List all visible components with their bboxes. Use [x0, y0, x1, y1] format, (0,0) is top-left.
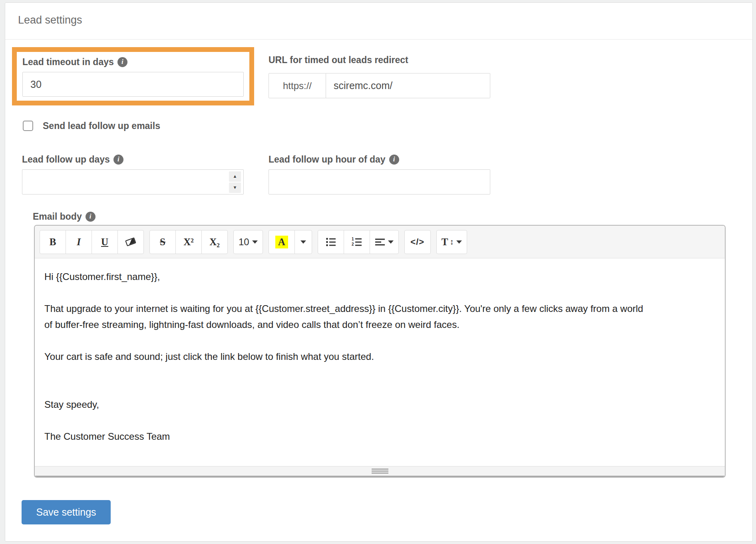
email-body-editor: B I U S X² X₂ 10 A: [34, 225, 726, 478]
redirect-url-label: URL for timed out leads redirect: [269, 54, 490, 66]
info-icon[interactable]: i: [86, 212, 95, 222]
follow-up-hour-label: Lead follow up hour of day i: [269, 153, 490, 165]
strikethrough-icon: S: [160, 236, 165, 248]
editor-resize-bar[interactable]: [35, 466, 725, 477]
info-icon[interactable]: i: [113, 155, 123, 165]
chevron-down-icon: [300, 240, 306, 244]
follow-up-days-number-wrap: ▲ ▼: [22, 169, 244, 195]
email-body-label: Email body i: [33, 210, 95, 222]
line-height-icon: T: [442, 236, 448, 248]
bold-button[interactable]: B: [40, 230, 66, 254]
redirect-url-input[interactable]: [326, 73, 490, 98]
lead-timeout-highlight-box: Lead timeout in days i: [12, 47, 254, 105]
resize-grip-icon: [372, 469, 388, 474]
strikethrough-button[interactable]: S: [149, 230, 176, 254]
send-follow-up-checkbox[interactable]: [23, 121, 33, 131]
info-icon[interactable]: i: [389, 155, 399, 165]
paragraph-group: 1 2: [318, 230, 399, 254]
spinner-down-button[interactable]: ▼: [229, 183, 241, 193]
lead-timeout-label: Lead timeout in days i: [22, 56, 244, 68]
follow-up-hour-field: Lead follow up hour of day i: [269, 153, 490, 195]
save-settings-button[interactable]: Save settings: [22, 500, 111, 524]
svg-text:1: 1: [352, 237, 354, 241]
subscript-button[interactable]: X₂: [201, 230, 228, 254]
font-size-dropdown[interactable]: 10: [233, 230, 263, 254]
align-left-icon: [375, 237, 385, 247]
italic-button[interactable]: I: [66, 230, 92, 254]
font-color-dropdown[interactable]: [294, 230, 312, 254]
unordered-list-button[interactable]: [318, 230, 344, 254]
paragraph-align-dropdown[interactable]: [370, 230, 399, 254]
lead-settings-card: Lead settings Lead timeout in days i URL…: [5, 2, 753, 542]
ordered-list-icon: 1 2: [352, 237, 362, 247]
font-size-group: 10: [233, 230, 263, 254]
redirect-url-field: URL for timed out leads redirect https:/…: [269, 54, 490, 98]
code-icon: </>: [410, 237, 424, 247]
script-group: S X² X₂: [149, 230, 228, 254]
lead-timeout-input[interactable]: [22, 72, 244, 97]
color-group: A: [269, 230, 312, 254]
subscript-icon: X₂: [209, 236, 220, 248]
url-protocol-addon: https://: [269, 73, 326, 98]
underline-icon: U: [101, 236, 108, 248]
arrow-down-icon: ▼: [233, 185, 237, 190]
code-view-button[interactable]: </>: [404, 230, 431, 254]
superscript-button[interactable]: X²: [175, 230, 202, 254]
follow-up-days-input[interactable]: [22, 169, 244, 195]
info-icon[interactable]: i: [117, 57, 127, 67]
vertical-arrows-icon: ↕: [450, 237, 454, 246]
number-spinner: ▲ ▼: [229, 171, 241, 193]
chevron-down-icon: [456, 240, 462, 244]
italic-icon: I: [77, 236, 81, 248]
line-height-group: T ↕: [436, 230, 468, 254]
ordered-list-button[interactable]: 1 2: [344, 230, 370, 254]
follow-up-hour-input[interactable]: [269, 169, 490, 195]
follow-up-days-label: Lead follow up days i: [22, 153, 244, 165]
chevron-down-icon: [388, 240, 394, 244]
spinner-up-button[interactable]: ▲: [229, 171, 241, 182]
chevron-down-icon: [252, 240, 258, 244]
code-group: </>: [404, 230, 431, 254]
redirect-url-input-group: https://: [269, 73, 490, 98]
unordered-list-icon: [326, 237, 336, 247]
bold-icon: B: [50, 236, 56, 248]
email-body-content[interactable]: Hi {{Customer.first_name}}, That upgrade…: [35, 258, 725, 466]
follow-up-days-field: Lead follow up days i ▲ ▼: [22, 153, 244, 195]
font-color-icon: A: [275, 236, 288, 248]
line-height-dropdown[interactable]: T ↕: [436, 230, 468, 254]
font-color-button[interactable]: A: [269, 230, 295, 254]
superscript-icon: X²: [183, 236, 194, 248]
page-title: Lead settings: [18, 14, 82, 26]
send-follow-up-label[interactable]: Send lead follow up emails: [43, 120, 160, 132]
clear-format-button[interactable]: [117, 230, 144, 254]
send-follow-up-row: Send lead follow up emails: [23, 120, 160, 132]
eraser-icon: [125, 237, 136, 246]
card-header: Lead settings: [5, 3, 752, 40]
arrow-up-icon: ▲: [233, 174, 237, 179]
font-style-group: B I U: [40, 230, 144, 254]
editor-toolbar: B I U S X² X₂ 10 A: [35, 226, 725, 258]
svg-text:2: 2: [352, 242, 354, 246]
underline-button[interactable]: U: [92, 230, 118, 254]
